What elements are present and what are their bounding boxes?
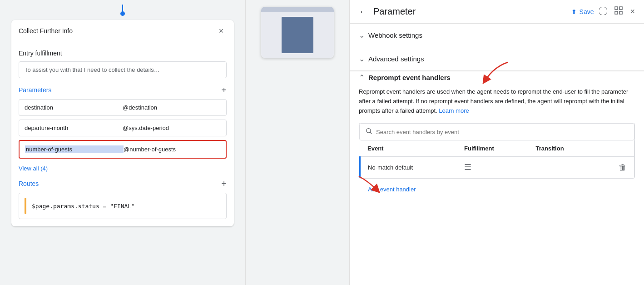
search-box[interactable] bbox=[359, 123, 634, 140]
col-transition: Transition bbox=[528, 140, 597, 157]
delete-cell[interactable]: 🗑 bbox=[597, 157, 634, 178]
advanced-chevron: ⌄ bbox=[359, 55, 365, 63]
red-arrow-top bbox=[471, 58, 517, 85]
card-header: Collect Further Info × bbox=[11, 20, 234, 42]
right-panel-title: Parameter bbox=[373, 6, 566, 17]
save-icon: ⬆ bbox=[571, 8, 577, 15]
entry-fulfillment-label: Entry fulfillment bbox=[19, 50, 227, 57]
advanced-settings-title: Advanced settings bbox=[368, 55, 424, 63]
event-handlers-container: Event Fulfillment Transition No-match de… bbox=[359, 123, 635, 179]
collect-further-info-card: Collect Further Info × Entry fulfillment… bbox=[11, 20, 234, 226]
col-fulfillment: Fulfillment bbox=[457, 140, 528, 157]
routes-header: Routes + bbox=[19, 179, 227, 188]
svg-rect-1 bbox=[619, 7, 622, 10]
webhook-chevron: ⌄ bbox=[359, 31, 365, 40]
canvas-panel bbox=[245, 0, 350, 285]
connector-top bbox=[122, 5, 123, 14]
save-button[interactable]: ⬆ Save bbox=[571, 8, 594, 15]
routes-section: Routes + $page.params.status = "FINAL" bbox=[19, 179, 227, 219]
svg-rect-3 bbox=[619, 11, 622, 14]
reprompt-section: ⌃ Reprompt event handlers Reprompt event… bbox=[350, 71, 644, 205]
card-title: Collect Further Info bbox=[19, 27, 73, 35]
col-actions bbox=[597, 140, 634, 157]
expand-icon[interactable]: ⛶ bbox=[599, 7, 607, 16]
red-arrow-bottom bbox=[354, 172, 381, 195]
table-row[interactable]: No-match default ☰ 🗑 bbox=[360, 157, 634, 178]
header-icons: ⛶ × bbox=[599, 6, 635, 17]
svg-rect-2 bbox=[615, 11, 618, 14]
view-all-link[interactable]: View all (4) bbox=[19, 165, 48, 172]
routes-add-button[interactable]: + bbox=[221, 179, 227, 188]
param-name-departure-month: departure-month bbox=[25, 125, 123, 131]
param-row-departure-month[interactable]: departure-month @sys.date-period bbox=[19, 120, 227, 136]
right-content: ⌄ Webhook settings ⌄ Advanced settings bbox=[350, 24, 644, 285]
search-icon bbox=[365, 127, 372, 136]
webhook-settings-section: ⌄ Webhook settings bbox=[350, 24, 644, 47]
reprompt-section-wrapper: ⌃ Reprompt event handlers Reprompt event… bbox=[350, 71, 644, 205]
param-name-number-of-guests: number-of-guests bbox=[25, 145, 124, 153]
card-body: Entry fulfillment To assist you with tha… bbox=[11, 42, 234, 226]
reprompt-title: Reprompt event handlers bbox=[368, 74, 451, 81]
transition-cell bbox=[528, 157, 597, 178]
delete-icon[interactable]: 🗑 bbox=[619, 163, 627, 172]
route-indicator bbox=[25, 198, 26, 214]
reprompt-description: Reprompt event handlers are used when th… bbox=[359, 87, 635, 115]
webhook-settings-title: Webhook settings bbox=[368, 31, 422, 39]
param-value-departure-month: @sys.date-period bbox=[123, 125, 221, 131]
param-row-destination[interactable]: destination @destination bbox=[19, 99, 227, 116]
node-card[interactable] bbox=[261, 7, 334, 58]
svg-rect-0 bbox=[615, 7, 618, 10]
right-panel-header: ← Parameter ⬆ Save ⛶ × bbox=[350, 0, 644, 24]
fulfillment-cell[interactable]: ☰ bbox=[457, 157, 528, 178]
param-name-destination: destination bbox=[25, 104, 123, 111]
webhook-settings-header[interactable]: ⌄ Webhook settings bbox=[350, 24, 644, 47]
save-label: Save bbox=[580, 8, 594, 15]
node-header-bar bbox=[261, 7, 334, 12]
param-value-number-of-guests: @number-of-guests bbox=[124, 146, 220, 153]
learn-more-link[interactable]: Learn more bbox=[439, 107, 469, 114]
entry-fulfillment-text[interactable]: To assist you with that I need to collec… bbox=[19, 61, 227, 78]
col-event: Event bbox=[360, 140, 457, 157]
param-value-destination: @destination bbox=[123, 104, 221, 111]
right-panel: ← Parameter ⬆ Save ⛶ × ⌄ Webhook bbox=[350, 0, 644, 285]
close-icon[interactable]: × bbox=[630, 7, 635, 16]
grid-icon[interactable] bbox=[614, 6, 623, 17]
routes-title[interactable]: Routes bbox=[19, 180, 39, 187]
left-panel: Collect Further Info × Entry fulfillment… bbox=[0, 0, 245, 285]
back-button[interactable]: ← bbox=[359, 6, 368, 17]
svg-line-6 bbox=[370, 132, 372, 134]
route-condition: $page.params.status = "FINAL" bbox=[32, 203, 135, 210]
fulfillment-icon: ☰ bbox=[464, 163, 471, 172]
parameters-header: Parameters + bbox=[19, 85, 227, 95]
node-icon-area bbox=[261, 12, 334, 58]
events-table: Event Fulfillment Transition No-match de… bbox=[359, 140, 634, 178]
card-close-button[interactable]: × bbox=[216, 25, 227, 36]
search-input[interactable] bbox=[376, 129, 629, 135]
parameters-add-button[interactable]: + bbox=[221, 85, 227, 95]
add-event-area: Add event handler bbox=[359, 180, 635, 198]
node-icon-rect bbox=[282, 17, 313, 53]
reprompt-chevron: ⌃ bbox=[359, 73, 365, 82]
param-row-number-of-guests[interactable]: number-of-guests @number-of-guests bbox=[19, 140, 227, 159]
route-row[interactable]: $page.params.status = "FINAL" bbox=[19, 193, 227, 219]
parameters-title[interactable]: Parameters bbox=[19, 86, 51, 94]
